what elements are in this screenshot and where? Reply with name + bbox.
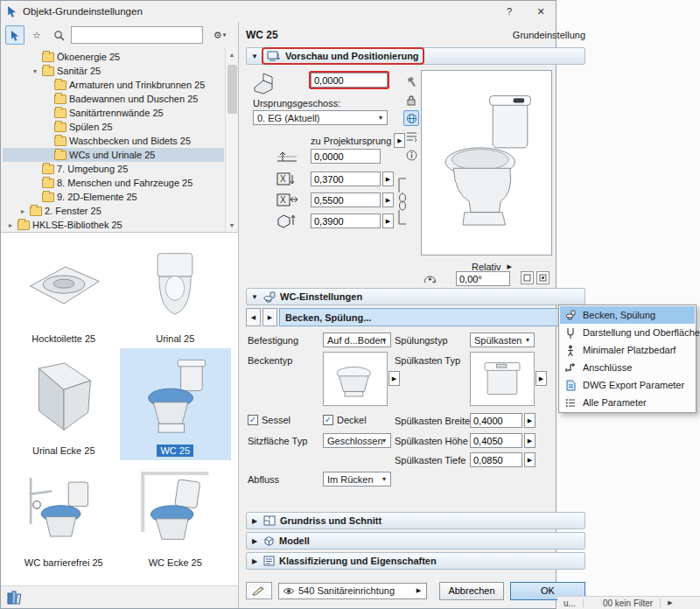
- abfluss-value: Im Rücken: [327, 474, 374, 485]
- sessel-checkbox[interactable]: ✓ Sessel: [248, 415, 290, 425]
- section-grundriss-schnitt[interactable]: ▶ Grundriss und Schnitt: [246, 512, 585, 529]
- spuelungstyp-combo[interactable]: Spülkasten ▾: [470, 332, 535, 347]
- height-input[interactable]: [311, 73, 388, 88]
- scroll-thumb[interactable]: [228, 65, 237, 114]
- deckel-checkbox[interactable]: ✓ Deckel: [323, 415, 367, 425]
- lock-icon[interactable]: [403, 92, 419, 108]
- tree-item[interactable]: Spülen 25: [3, 120, 224, 134]
- black-background-toggle[interactable]: [536, 271, 550, 284]
- tree-item[interactable]: ▸ 2. Fenster 25: [3, 204, 224, 218]
- surface-brush-icon: [564, 327, 577, 339]
- hoehe-input[interactable]: [470, 433, 522, 448]
- info-icon[interactable]: [403, 147, 419, 163]
- folder-icon: [42, 192, 54, 202]
- wc-parameter-form: Befestigung Auf d...Boden ▾ Spülungstyp …: [246, 329, 585, 511]
- menu-item-platzbedarf[interactable]: Minimaler Platzbedarf: [560, 341, 695, 359]
- tree-item[interactable]: Ökoenergie 25: [3, 50, 224, 64]
- menu-item-darstellung[interactable]: Darstellung und Oberflächen: [560, 324, 695, 341]
- breite-flyout-icon[interactable]: ▶: [524, 413, 536, 428]
- white-background-toggle[interactable]: [521, 271, 534, 284]
- dim-x-input[interactable]: [311, 172, 381, 186]
- scroll-up-icon[interactable]: ▲: [226, 48, 239, 61]
- library-books-icon[interactable]: [6, 591, 22, 605]
- dim-z-input[interactable]: [311, 214, 381, 228]
- cancel-button[interactable]: Abbrechen: [439, 582, 504, 600]
- dim-y-input[interactable]: [311, 192, 381, 207]
- statusbar-expand-icon[interactable]: ▶: [664, 599, 676, 606]
- tiefe-flyout-icon[interactable]: ▶: [524, 452, 536, 467]
- scroll-down-icon[interactable]: ▼: [226, 219, 239, 232]
- list-item-hocktoilette[interactable]: Hocktoilette 25: [8, 236, 120, 348]
- tree-item-label: HKLSE-Bibliothek 25: [32, 220, 122, 230]
- hammer-icon[interactable]: [403, 74, 419, 89]
- settings-menu-button[interactable]: ⚙ ▾: [206, 25, 234, 45]
- list-item-urinal[interactable]: Urinal 25: [120, 236, 232, 348]
- menu-item-becken-spuelung[interactable]: Becken, Spülung: [560, 306, 695, 324]
- tree-item-label: WCs und Urinale 25: [69, 150, 155, 160]
- tiefe-input[interactable]: [470, 452, 522, 467]
- globe-3d-view-icon[interactable]: [403, 110, 419, 126]
- list-item-wc-ecke[interactable]: WC Ecke 25: [120, 460, 232, 572]
- page-next-button[interactable]: ▶: [262, 308, 277, 326]
- beckentyp-preview[interactable]: [323, 352, 388, 406]
- spuelkasten-typ-flyout-icon[interactable]: ▶: [536, 371, 547, 386]
- link-dimensions-icon[interactable]: [397, 177, 408, 226]
- tree-item[interactable]: 7. Umgebung 25: [3, 162, 224, 176]
- object-browser-button[interactable]: [5, 25, 24, 45]
- hoehe-flyout-icon[interactable]: ▶: [524, 433, 536, 448]
- search-icon-button[interactable]: [49, 25, 68, 45]
- layer-settings-button[interactable]: [246, 582, 272, 599]
- sessel-label: Sessel: [262, 415, 290, 425]
- layer-combo[interactable]: 540 Sanitäreinrichtung ▶: [278, 583, 427, 599]
- sitzflaeche-combo[interactable]: Geschlossen ▾: [323, 433, 391, 448]
- tree-item[interactable]: Waschbecken und Bidets 25: [3, 134, 224, 148]
- menu-item-dwg-export[interactable]: DWG Export Parameter: [560, 376, 695, 394]
- list-item-wc-barrierefrei[interactable]: WC barrierefrei 25: [8, 460, 120, 572]
- menu-item-anschluesse[interactable]: Anschlüsse: [560, 359, 695, 376]
- search-input[interactable]: [71, 26, 203, 44]
- scroll-track[interactable]: [226, 61, 239, 219]
- dim-x-flyout-icon[interactable]: ▶: [382, 172, 394, 186]
- abfluss-combo[interactable]: Im Rücken ▾: [323, 472, 391, 486]
- close-button[interactable]: ✕: [528, 3, 554, 20]
- spuelkasten-typ-preview[interactable]: [470, 352, 535, 406]
- list-item-urinal-ecke[interactable]: Urinal Ecke 25: [8, 348, 120, 460]
- tree-item[interactable]: Sanitärtrennwände 25: [3, 106, 224, 120]
- statusbar-divider: [583, 598, 584, 607]
- section-klassifizierung[interactable]: ▶ Klassifizierung und Eigenschaften: [246, 552, 585, 570]
- dimension-x-icon: X: [276, 172, 298, 186]
- menu-item-alle-parameter[interactable]: Alle Parameter: [560, 394, 695, 411]
- help-button[interactable]: ?: [496, 3, 522, 20]
- page-selector[interactable]: Becken, Spülung... ▶: [279, 308, 585, 326]
- dim-y-flyout-icon[interactable]: ▶: [382, 192, 394, 207]
- object-3d-preview[interactable]: [421, 70, 552, 256]
- befestigung-combo[interactable]: Auf d...Boden ▾: [323, 332, 391, 347]
- breite-input[interactable]: [470, 413, 522, 428]
- folder-icon: [30, 206, 42, 216]
- project-origin-input[interactable]: [311, 149, 381, 164]
- section-wc-einstellungen[interactable]: ▼ WC-Einstellungen: [246, 288, 585, 305]
- rotation-angle-input[interactable]: [456, 271, 510, 286]
- favorites-button[interactable]: ☆: [27, 25, 46, 45]
- tree-item-selected[interactable]: WCs und Urinale 25: [3, 148, 224, 162]
- tree-scrollbar[interactable]: ▲ ▼: [225, 48, 238, 232]
- tree-item[interactable]: Badewannen und Duschen 25: [3, 92, 224, 106]
- beckentyp-flyout-icon[interactable]: ▶: [388, 371, 400, 386]
- section-vorschau-positionierung[interactable]: ▼ Vorschau und Positionierung: [246, 47, 585, 65]
- dim-z-flyout-icon[interactable]: ▶: [382, 214, 394, 228]
- to-project-origin-flyout[interactable]: zu Projektursprung ▶: [311, 133, 405, 148]
- section-view-icon[interactable]: [403, 129, 419, 144]
- list-item-wc-selected[interactable]: WC 25: [120, 348, 232, 460]
- menu-item-label: Alle Parameter: [583, 397, 647, 408]
- filter-status[interactable]: 00 kein Filter: [599, 598, 656, 608]
- library-toolbar: ☆ ⚙ ▾: [1, 22, 238, 48]
- tree-item[interactable]: 9. 2D-Elemente 25: [3, 190, 224, 204]
- page-prev-button[interactable]: ◀: [246, 308, 261, 326]
- tree-item[interactable]: ▾ Sanitär 25: [3, 64, 224, 78]
- tree-item[interactable]: Armaturen und Trinkbrunnen 25: [3, 78, 224, 92]
- tree-item[interactable]: ▸ HKLSE-Bibliothek 25: [3, 218, 224, 232]
- tree-item[interactable]: 8. Menschen und Fahrzeuge 25: [3, 176, 224, 190]
- origin-story-combo[interactable]: 0. EG (Aktuell) ▾: [253, 110, 388, 125]
- wc-thumbnail: [139, 352, 211, 443]
- section-modell[interactable]: ▶ Modell: [246, 532, 585, 550]
